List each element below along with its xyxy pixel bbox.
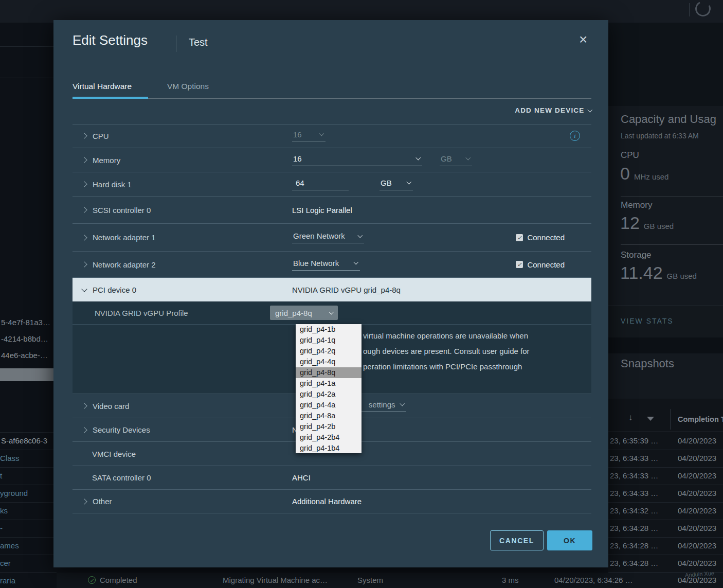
row-expander-other[interactable]: Other bbox=[73, 497, 292, 506]
edit-settings-dialog: Edit Settings Test × Virtual Hardware VM… bbox=[53, 20, 608, 567]
refresh-icon[interactable] bbox=[693, 0, 713, 19]
dropdown-option[interactable]: grid_p4-4q bbox=[296, 357, 361, 367]
cpu-unit: MHz used bbox=[634, 172, 669, 181]
memory-size-combobox[interactable]: 16 bbox=[292, 154, 422, 166]
task-completion-time: 04/20/2023 bbox=[678, 520, 716, 537]
chevron-right-icon bbox=[81, 207, 87, 212]
dropdown-option[interactable]: grid_p4-2q bbox=[296, 346, 361, 357]
task-row[interactable]: 23, 6:34:28 …04/20/2023 bbox=[608, 520, 723, 538]
filter-icon[interactable] bbox=[647, 417, 654, 421]
completed-check-icon bbox=[88, 576, 96, 584]
row-expander-memory[interactable]: Memory bbox=[73, 156, 292, 165]
disk-unit-select[interactable]: GB bbox=[379, 179, 413, 190]
chevron-right-icon bbox=[81, 261, 87, 267]
column-divider bbox=[670, 409, 671, 430]
connected-checkbox[interactable] bbox=[516, 234, 523, 241]
vm-link-fragment[interactable]: - bbox=[0, 524, 3, 532]
selected-row-indicator bbox=[0, 368, 53, 381]
row-label: Security Devices bbox=[93, 425, 150, 434]
row-label: Network adapter 1 bbox=[93, 233, 156, 242]
task-row[interactable]: 23, 6:35:39 …04/20/2023 bbox=[608, 432, 723, 450]
tab-vm-options[interactable]: VM Options bbox=[167, 82, 209, 91]
hw-row-other: Other Additional Hardware bbox=[73, 490, 591, 513]
cpu-count-select[interactable]: 16 bbox=[292, 130, 326, 142]
pci-warning-line: virtual machine operations are unavailab… bbox=[363, 331, 528, 340]
row-expander-cpu[interactable]: CPU bbox=[73, 132, 292, 140]
hw-row-scsi-controller: SCSI controller 0 LSI Logic Parallel bbox=[73, 197, 591, 224]
memory-unit-select[interactable]: GB bbox=[440, 154, 472, 166]
memory-unit: GB used bbox=[644, 222, 674, 230]
dropdown-option[interactable]: grid_p4-2b4 bbox=[296, 432, 361, 442]
completion-column-header[interactable]: Completion T bbox=[678, 415, 723, 423]
row-expander-pci[interactable]: PCI device 0 bbox=[73, 286, 292, 294]
task-duration: 3 ms bbox=[502, 573, 519, 588]
task-row[interactable]: 23, 6:34:33 …04/20/2023 bbox=[608, 467, 723, 485]
memory-usage: 12 GB used bbox=[620, 213, 674, 233]
row-expander-video-card[interactable]: Video card bbox=[73, 402, 292, 411]
cancel-button[interactable]: CANCEL bbox=[490, 530, 544, 550]
storage-usage: 11.42 GB used bbox=[620, 263, 697, 283]
disk-size-input[interactable]: 64 bbox=[292, 179, 349, 190]
chevron-right-icon bbox=[81, 403, 87, 408]
view-stats-link[interactable]: VIEW STATS bbox=[621, 317, 674, 325]
dropdown-option[interactable]: grid_p4-4a bbox=[296, 399, 361, 410]
vm-link-fragment[interactable]: ames bbox=[0, 541, 19, 550]
memory-label: Memory bbox=[621, 200, 652, 210]
dropdown-option-selected[interactable]: grid_p4-8q bbox=[296, 367, 361, 378]
top-bar bbox=[0, 0, 723, 23]
chevron-down-icon bbox=[319, 131, 323, 136]
task-completion-time: 04/20/2023 bbox=[678, 537, 716, 555]
row-expander-hard-disk[interactable]: Hard disk 1 bbox=[73, 180, 292, 189]
network-select[interactable]: Blue Network bbox=[292, 259, 360, 271]
row-value: AHCI bbox=[292, 473, 311, 482]
info-icon[interactable]: i bbox=[570, 131, 580, 141]
hw-row-network-adapter-2: Network adapter 2 Blue Network Connected bbox=[73, 252, 591, 278]
recent-task-row[interactable]: Completed Migrating Virtual Machine ac… … bbox=[57, 573, 723, 588]
dialog-title: Edit Settings bbox=[73, 32, 155, 48]
hw-row-sata-controller: SATA controller 0 AHCI bbox=[73, 466, 591, 490]
vm-link-fragment[interactable]: yground bbox=[0, 489, 28, 497]
chevron-down-icon bbox=[415, 155, 420, 160]
row-expander-scsi[interactable]: SCSI controller 0 bbox=[73, 206, 292, 215]
row-expander-net1[interactable]: Network adapter 1 bbox=[73, 233, 292, 242]
dropdown-option[interactable]: grid_p4-8a bbox=[296, 410, 361, 421]
vm-link-fragment[interactable]: Class bbox=[0, 454, 20, 462]
title-divider bbox=[176, 35, 176, 52]
row-expander-security[interactable]: Security Devices bbox=[73, 425, 292, 434]
row-expander-net2[interactable]: Network adapter 2 bbox=[73, 260, 292, 269]
vgpu-profile-row: NVIDIA GRID vGPU Profile grid_p4-8q bbox=[73, 301, 591, 325]
vm-link-fragment[interactable]: cer bbox=[0, 559, 11, 567]
dropdown-option[interactable]: grid_p4-1b bbox=[296, 324, 361, 335]
tab-virtual-hardware[interactable]: Virtual Hardware bbox=[73, 82, 132, 91]
dropdown-option[interactable]: grid_p4-1q bbox=[296, 335, 361, 346]
task-row[interactable]: 23, 6:34:33 …04/20/2023 bbox=[608, 450, 723, 468]
add-new-device-button[interactable]: ADD NEW DEVICE bbox=[515, 106, 591, 114]
add-new-device-label: ADD NEW DEVICE bbox=[515, 106, 584, 114]
capacity-subtitle: Last updated at 6:33 AM bbox=[621, 132, 699, 140]
task-row[interactable]: 23, 6:34:28 …04/20/2023 bbox=[608, 555, 723, 573]
vgpu-profile-label: NVIDIA GRID vGPU Profile bbox=[73, 309, 270, 317]
chevron-down-icon bbox=[329, 310, 333, 314]
connected-checkbox[interactable] bbox=[516, 261, 523, 268]
task-row[interactable]: 23, 6:34:32 …04/20/2023 bbox=[608, 502, 723, 520]
vgpu-profile-select[interactable]: grid_p4-8q bbox=[270, 306, 338, 320]
vm-link-fragment[interactable]: t bbox=[0, 471, 2, 480]
close-icon[interactable]: × bbox=[579, 31, 591, 48]
task-completion-time: 04/20/2023 bbox=[678, 502, 716, 520]
network-select[interactable]: Green Network bbox=[292, 231, 364, 243]
dropdown-option[interactable]: grid_p4-1a bbox=[296, 378, 361, 389]
row-label: Hard disk 1 bbox=[93, 180, 132, 189]
task-row[interactable]: 23, 6:34:33 …04/20/2023 bbox=[608, 485, 723, 503]
ok-button[interactable]: OK bbox=[547, 530, 592, 550]
vm-link-fragment[interactable]: ks bbox=[0, 506, 8, 515]
sort-arrow-icon[interactable]: ↓ bbox=[628, 413, 633, 423]
dropdown-option[interactable]: grid_p4-1b4 bbox=[296, 442, 361, 453]
row-label: VMCI device bbox=[92, 450, 136, 458]
chevron-down-icon bbox=[357, 233, 362, 237]
dropdown-option[interactable]: grid_p4-2a bbox=[296, 389, 361, 400]
vm-link-fragment[interactable]: raria bbox=[0, 576, 15, 585]
task-initiator: System bbox=[357, 573, 383, 588]
task-row[interactable]: 23, 6:34:28 …04/20/2023 bbox=[608, 537, 723, 555]
hw-row-hard-disk: Hard disk 1 64 GB bbox=[73, 172, 591, 197]
dropdown-option[interactable]: grid_p4-2b bbox=[296, 421, 361, 432]
